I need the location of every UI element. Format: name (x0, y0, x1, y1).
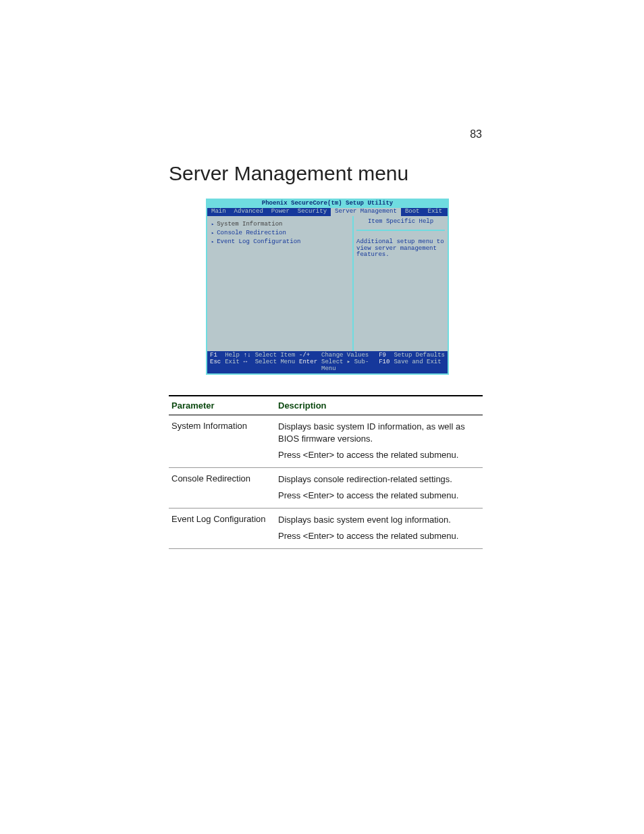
bios-help-text: Additional setup menu to view server man… (356, 239, 445, 259)
bios-footer-key: F10 (379, 359, 390, 373)
bios-utility-title: Phoenix SecureCore(tm) Setup Utility (207, 200, 448, 208)
bios-footer-key: ↔ (244, 359, 251, 373)
desc-line: Displays console redirection-related set… (278, 473, 480, 486)
bios-tab-server-management: Server Management (331, 208, 401, 216)
bios-menu: ▸ System Information ▸ Console Redirecti… (207, 216, 354, 351)
bios-help-panel: Item Specific Help Additional setup menu… (354, 216, 448, 351)
parameter-table: Parameter Description System Information… (169, 395, 483, 549)
table-header-parameter: Parameter (169, 396, 275, 415)
table-header-description: Description (275, 396, 483, 415)
bios-menu-label: Console Redirection (217, 230, 286, 237)
table-cell-param: System Information (169, 415, 275, 468)
bios-menu-item: ▸ System Information (211, 221, 348, 228)
bios-menu-item: ▸ Event Log Configuration (211, 239, 348, 246)
table-row: System Information Displays basic system… (169, 415, 483, 468)
desc-line: Press <Enter> to access the related subm… (278, 490, 480, 502)
bios-footer-label: Select ▸ Sub-Menu (321, 359, 375, 373)
bios-menu-label: Event Log Configuration (217, 239, 300, 246)
bios-help-title: Item Specific Help (356, 219, 445, 231)
page-number: 83 (470, 128, 482, 140)
chevron-right-icon: ▸ (211, 240, 215, 245)
bios-tab-boot: Boot (401, 208, 424, 216)
bios-tab-security: Security (294, 208, 331, 216)
bios-screenshot: Phoenix SecureCore(tm) Setup Utility Mai… (206, 199, 449, 375)
table-cell-desc: Displays basic system ID information, as… (275, 415, 483, 468)
bios-footer-key: Esc (210, 359, 221, 373)
bios-footer-label: Save and Exit (394, 359, 445, 373)
table-cell-desc: Displays basic system event log informat… (275, 509, 483, 549)
bios-tab-bar: Main Advanced Power Security Server Mana… (207, 208, 448, 216)
desc-line: Press <Enter> to access the related subm… (278, 530, 480, 542)
table-cell-param: Console Redirection (169, 468, 275, 509)
bios-footer: F1 Help ↑↓ Select Item -/+ Change Values… (207, 351, 448, 374)
bios-tab-advanced: Advanced (230, 208, 267, 216)
desc-line: Press <Enter> to access the related subm… (278, 449, 480, 461)
bios-footer-label: Exit (225, 359, 240, 373)
bios-tab-power: Power (267, 208, 294, 216)
bios-tab-main: Main (207, 208, 230, 216)
desc-line: Displays basic system ID information, as… (278, 421, 480, 444)
document-page: 83 Server Management menu Phoenix Secure… (0, 0, 644, 834)
desc-line: Displays basic system event log informat… (278, 514, 480, 526)
table-row: Console Redirection Displays console red… (169, 468, 483, 509)
table-row: Event Log Configuration Displays basic s… (169, 509, 483, 549)
table-cell-desc: Displays console redirection-related set… (275, 468, 483, 509)
bios-menu-item: ▸ Console Redirection (211, 230, 348, 237)
table-cell-param: Event Log Configuration (169, 509, 275, 549)
page-title: Server Management menu (169, 162, 482, 185)
bios-menu-label: System Information (217, 221, 282, 228)
chevron-right-icon: ▸ (211, 231, 215, 236)
chevron-right-icon: ▸ (211, 222, 215, 228)
bios-tab-exit: Exit (424, 208, 447, 216)
bios-footer-label: Select Menu (255, 359, 295, 373)
bios-footer-key: Enter (299, 359, 317, 373)
